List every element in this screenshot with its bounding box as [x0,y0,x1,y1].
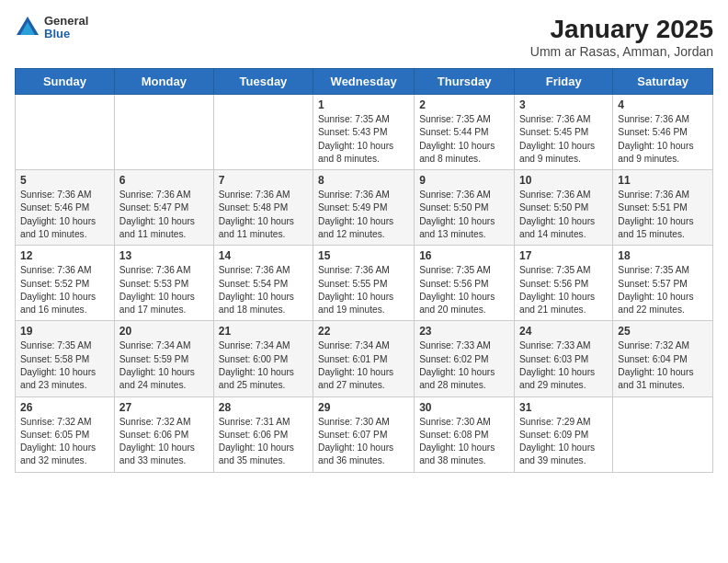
day-info: Sunrise: 7:36 AM Sunset: 5:50 PM Dayligh… [519,189,608,241]
day-number: 1 [318,98,409,111]
calendar-cell: 31Sunrise: 7:29 AM Sunset: 6:09 PM Dayli… [515,396,613,472]
day-info: Sunrise: 7:34 AM Sunset: 6:01 PM Dayligh… [318,339,409,392]
day-info: Sunrise: 7:36 AM Sunset: 5:49 PM Dayligh… [318,189,409,241]
day-number: 28 [219,401,308,414]
day-info: Sunrise: 7:36 AM Sunset: 5:54 PM Dayligh… [219,264,308,316]
page-header: General Blue January 2025 Umm ar Rasas, … [15,15,713,59]
day-info: Sunrise: 7:33 AM Sunset: 6:02 PM Dayligh… [419,339,509,392]
day-number: 17 [519,249,608,262]
calendar-cell: 22Sunrise: 7:34 AM Sunset: 6:01 PM Dayli… [313,321,415,396]
calendar-week-5: 26Sunrise: 7:32 AM Sunset: 6:05 PM Dayli… [16,396,713,472]
day-number: 24 [519,325,608,338]
calendar-cell: 9Sunrise: 7:36 AM Sunset: 5:50 PM Daylig… [415,170,515,246]
calendar-header-wednesday: Wednesday [313,69,415,95]
calendar-cell: 23Sunrise: 7:33 AM Sunset: 6:02 PM Dayli… [415,321,515,396]
day-info: Sunrise: 7:36 AM Sunset: 5:47 PM Dayligh… [119,189,209,241]
day-info: Sunrise: 7:36 AM Sunset: 5:52 PM Dayligh… [20,264,109,316]
page-title: January 2025 [530,15,713,44]
calendar-cell: 7Sunrise: 7:36 AM Sunset: 5:48 PM Daylig… [213,170,313,246]
day-number: 27 [119,401,209,414]
day-info: Sunrise: 7:29 AM Sunset: 6:09 PM Dayligh… [519,416,608,468]
calendar-week-1: 1Sunrise: 7:35 AM Sunset: 5:43 PM Daylig… [16,95,713,170]
day-number: 8 [318,174,409,187]
calendar-table: SundayMondayTuesdayWednesdayThursdayFrid… [15,68,713,473]
logo-blue: Blue [44,28,88,40]
logo-text: General Blue [44,15,88,41]
day-number: 12 [20,249,109,262]
calendar-cell: 14Sunrise: 7:36 AM Sunset: 5:54 PM Dayli… [213,246,313,321]
day-number: 11 [618,174,708,187]
calendar-cell [114,95,213,170]
logo-icon [15,15,40,40]
calendar-header-tuesday: Tuesday [213,69,313,95]
calendar-cell: 11Sunrise: 7:36 AM Sunset: 5:51 PM Dayli… [613,170,713,246]
day-number: 26 [20,401,109,414]
day-number: 19 [20,325,109,338]
calendar-cell: 30Sunrise: 7:30 AM Sunset: 6:08 PM Dayli… [415,396,515,472]
day-number: 29 [318,401,409,414]
day-number: 13 [119,249,209,262]
logo: General Blue [15,15,88,41]
day-number: 18 [618,249,708,262]
day-number: 22 [318,325,409,338]
calendar-cell: 26Sunrise: 7:32 AM Sunset: 6:05 PM Dayli… [16,396,115,472]
day-info: Sunrise: 7:35 AM Sunset: 5:56 PM Dayligh… [419,264,509,316]
day-number: 21 [219,325,308,338]
day-number: 23 [419,325,509,338]
calendar-cell: 4Sunrise: 7:36 AM Sunset: 5:46 PM Daylig… [613,95,713,170]
calendar-cell: 17Sunrise: 7:35 AM Sunset: 5:56 PM Dayli… [515,246,613,321]
calendar-cell: 20Sunrise: 7:34 AM Sunset: 5:59 PM Dayli… [114,321,213,396]
day-info: Sunrise: 7:36 AM Sunset: 5:46 PM Dayligh… [20,189,109,241]
page-subtitle: Umm ar Rasas, Amman, Jordan [530,44,713,59]
calendar-cell [16,95,115,170]
calendar-header-friday: Friday [515,69,613,95]
calendar-cell: 5Sunrise: 7:36 AM Sunset: 5:46 PM Daylig… [16,170,115,246]
calendar-cell: 13Sunrise: 7:36 AM Sunset: 5:53 PM Dayli… [114,246,213,321]
calendar-cell: 24Sunrise: 7:33 AM Sunset: 6:03 PM Dayli… [515,321,613,396]
calendar-cell: 16Sunrise: 7:35 AM Sunset: 5:56 PM Dayli… [415,246,515,321]
day-info: Sunrise: 7:32 AM Sunset: 6:04 PM Dayligh… [618,339,708,392]
calendar-cell: 1Sunrise: 7:35 AM Sunset: 5:43 PM Daylig… [313,95,415,170]
day-number: 6 [119,174,209,187]
day-number: 9 [419,174,509,187]
calendar-cell: 28Sunrise: 7:31 AM Sunset: 6:06 PM Dayli… [213,396,313,472]
title-block: January 2025 Umm ar Rasas, Amman, Jordan [530,15,713,59]
calendar-cell: 12Sunrise: 7:36 AM Sunset: 5:52 PM Dayli… [16,246,115,321]
calendar-cell [613,396,713,472]
calendar-cell [213,95,313,170]
day-number: 16 [419,249,509,262]
calendar-header-row: SundayMondayTuesdayWednesdayThursdayFrid… [16,69,713,95]
day-number: 3 [519,98,608,111]
calendar-cell: 10Sunrise: 7:36 AM Sunset: 5:50 PM Dayli… [515,170,613,246]
calendar-cell: 6Sunrise: 7:36 AM Sunset: 5:47 PM Daylig… [114,170,213,246]
calendar-header-sunday: Sunday [16,69,115,95]
day-info: Sunrise: 7:35 AM Sunset: 5:58 PM Dayligh… [20,339,109,392]
calendar-cell: 2Sunrise: 7:35 AM Sunset: 5:44 PM Daylig… [415,95,515,170]
calendar-cell: 21Sunrise: 7:34 AM Sunset: 6:00 PM Dayli… [213,321,313,396]
day-info: Sunrise: 7:36 AM Sunset: 5:51 PM Dayligh… [618,189,708,241]
day-number: 7 [219,174,308,187]
day-number: 10 [519,174,608,187]
calendar-cell: 3Sunrise: 7:36 AM Sunset: 5:45 PM Daylig… [515,95,613,170]
day-info: Sunrise: 7:30 AM Sunset: 6:08 PM Dayligh… [419,416,509,468]
day-info: Sunrise: 7:34 AM Sunset: 6:00 PM Dayligh… [219,339,308,392]
calendar-week-3: 12Sunrise: 7:36 AM Sunset: 5:52 PM Dayli… [16,246,713,321]
day-info: Sunrise: 7:36 AM Sunset: 5:50 PM Dayligh… [419,189,509,241]
day-number: 15 [318,249,409,262]
calendar-week-4: 19Sunrise: 7:35 AM Sunset: 5:58 PM Dayli… [16,321,713,396]
day-number: 30 [419,401,509,414]
day-info: Sunrise: 7:36 AM Sunset: 5:46 PM Dayligh… [618,113,708,166]
day-info: Sunrise: 7:36 AM Sunset: 5:53 PM Dayligh… [119,264,209,316]
day-info: Sunrise: 7:36 AM Sunset: 5:45 PM Dayligh… [519,113,608,166]
calendar-cell: 27Sunrise: 7:32 AM Sunset: 6:06 PM Dayli… [114,396,213,472]
day-info: Sunrise: 7:30 AM Sunset: 6:07 PM Dayligh… [318,416,409,468]
day-info: Sunrise: 7:35 AM Sunset: 5:44 PM Dayligh… [419,113,509,166]
day-number: 14 [219,249,308,262]
day-info: Sunrise: 7:31 AM Sunset: 6:06 PM Dayligh… [219,416,308,468]
day-info: Sunrise: 7:36 AM Sunset: 5:48 PM Dayligh… [219,189,308,241]
calendar-cell: 15Sunrise: 7:36 AM Sunset: 5:55 PM Dayli… [313,246,415,321]
day-info: Sunrise: 7:35 AM Sunset: 5:56 PM Dayligh… [519,264,608,316]
day-number: 31 [519,401,608,414]
day-number: 25 [618,325,708,338]
day-info: Sunrise: 7:34 AM Sunset: 5:59 PM Dayligh… [119,339,209,392]
